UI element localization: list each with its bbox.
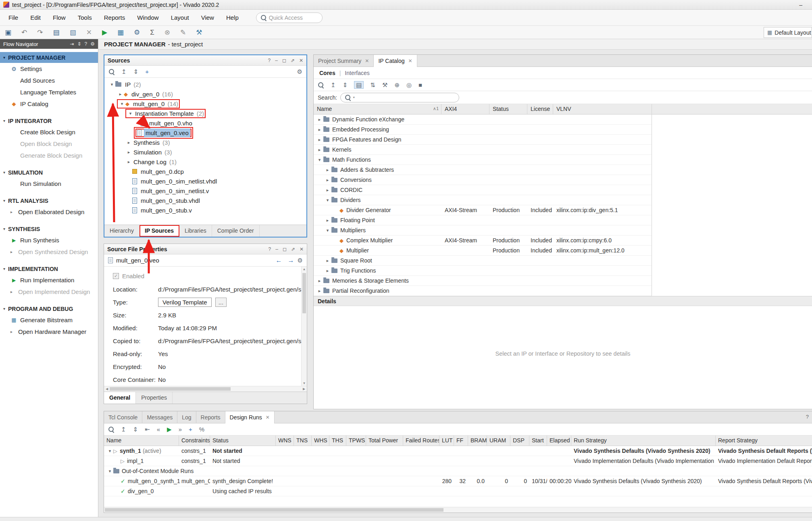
forward-icon[interactable]: → [288,257,294,264]
stop-icon[interactable]: ■ [418,82,422,88]
minimize-icon[interactable]: ‒ [275,246,278,252]
catalog-row-partial-reconfiguration[interactable]: ▸Partial Reconfiguration [314,286,652,296]
column-header-elapsed[interactable]: Elapsed [547,436,571,446]
type-combo[interactable]: Verilog Template [158,298,212,307]
tab-compile-order[interactable]: Compile Order [212,225,260,237]
minimize-button[interactable]: – [793,2,809,8]
back-icon[interactable]: « [157,426,160,432]
catalog-row-multipliers[interactable]: ▾Multipliers [314,225,652,235]
column-header-failed-routes[interactable]: Failed Routes [403,436,439,446]
tab-libraries[interactable]: Libraries [179,225,212,237]
close-icon[interactable]: ✕ [365,58,369,64]
tab-log[interactable]: Log [177,411,196,423]
chevron-right-icon[interactable]: ▸ [324,167,331,173]
tab-messages[interactable]: Messages [142,411,177,423]
flow-item-create-block-design[interactable]: Create Block Design [0,126,98,138]
flow-item-run-implementation[interactable]: ▶Run Implementation [0,274,98,286]
tree-item-mult-gen-0-stub-vhdl[interactable]: mult_gen_0_stub.vhdl [104,196,306,205]
column-header-uram[interactable]: URAM [487,436,510,446]
chevron-down-icon[interactable]: ▾ [324,198,331,203]
chevron-right-icon[interactable]: ▸ [324,177,331,183]
expand-all-icon[interactable]: ⇕ [133,426,138,432]
flow-section-header-rtl-analysis[interactable]: ▾RTL ANALYSIS [0,195,98,206]
chevron-right-icon[interactable]: ▸ [125,140,132,145]
scrollbar-thumb[interactable] [302,273,306,313]
catalog-row-multiplier[interactable]: ◆MultiplierProductionIncludedxilinx.com:… [314,246,652,256]
menu-tools[interactable]: Tools [72,14,98,21]
scrollbar-thumb[interactable] [105,508,443,512]
tree-item-mult-gen-0-veo[interactable]: mult_gen_0.veo [104,128,306,138]
expand-collapse-icon[interactable]: ⇕ [77,41,81,47]
run-row-impl-1[interactable]: ▷impl_1constrs_1Not startedVivado Implem… [104,456,812,466]
tree-item-change-log[interactable]: ▸Change Log(1) [104,157,306,167]
chevron-right-icon[interactable]: ▸ [324,258,331,263]
catalog-row-conversions[interactable]: ▸Conversions [314,175,652,185]
chevron-down-icon[interactable]: ▾ [127,111,134,116]
forward-icon[interactable]: » [179,426,182,432]
tree-item-mult-gen-0-dcp[interactable]: mult_gen_0.dcp [104,167,306,176]
help-icon[interactable]: ? [85,41,87,47]
menu-flow[interactable]: Flow [47,14,72,21]
column-header-ff[interactable]: FF [454,436,468,446]
tree-item-mult-gen-0[interactable]: ▾◆mult_gen_0(14) [104,99,306,108]
run-icon[interactable]: ▶ [102,29,107,36]
minimize-icon[interactable]: ‒ [275,58,278,63]
horizontal-scrollbar[interactable] [104,507,812,513]
menu-help[interactable]: Help [220,14,245,21]
delete-icon[interactable]: ✕ [86,29,92,36]
catalog-row-dividers[interactable]: ▾Dividers [314,195,652,205]
catalog-row-divider-generator[interactable]: ◆Divider GeneratorAXI4-StreamProductionI… [314,205,652,215]
catalog-row-floating-point[interactable]: ▸Floating Point [314,215,652,225]
maximize-icon[interactable]: ⇗ [291,246,295,252]
percent-icon[interactable]: % [199,426,204,432]
catalog-row-square-root[interactable]: ▸Square Root [314,256,652,266]
search-icon[interactable] [108,426,114,432]
search-icon[interactable] [318,82,324,88]
search-icon[interactable] [108,69,115,75]
flow-section-header-simulation[interactable]: ▾SIMULATION [0,167,98,178]
column-header-status[interactable]: Status [210,436,276,446]
float-icon[interactable]: ◻ [282,58,286,63]
help-icon[interactable]: ? [806,414,809,420]
flow-item-run-simulation[interactable]: Run Simulation [0,178,98,190]
chevron-right-icon[interactable]: ▸ [316,117,323,122]
flow-section-header-ip-integrator[interactable]: ▾IP INTEGRATOR [0,115,98,126]
close-icon[interactable]: ✕ [300,246,304,252]
menu-file[interactable]: File [2,14,24,21]
chevron-down-icon[interactable]: ▾ [324,228,331,233]
flow-item-add-sources[interactable]: Add Sources [0,75,98,86]
menu-view[interactable]: View [195,14,220,21]
tree-item-mult-gen-0-sim-netlist-v[interactable]: mult_gen_0_sim_netlist.v [104,186,306,196]
column-header-vlnv[interactable]: VLNV [553,104,652,114]
gear-icon[interactable]: ⚙ [297,69,302,75]
group-by-category-icon[interactable]: ▤ [354,81,363,88]
chevron-right-icon[interactable]: ▸ [125,150,132,155]
chevron-right-icon[interactable]: ▸ [324,218,331,223]
customize-icon[interactable]: ⚒ [382,82,387,88]
tab-properties[interactable]: Properties [136,392,173,404]
flow-section-header-implementation[interactable]: ▾IMPLEMENTATION [0,263,98,274]
menu-layout[interactable]: Layout [165,14,195,21]
flow-item-open-implemented-design[interactable]: ▸Open Implemented Design [0,286,98,298]
help-icon[interactable]: ? [268,58,271,63]
layout-selector[interactable]: ▦ Default Layout [764,27,812,38]
horizontal-scrollbar[interactable]: ◀ ▶ [104,386,307,392]
tab-tcl-console[interactable]: Tcl Console [104,411,142,423]
expand-all-icon[interactable]: ⇕ [343,82,348,88]
run-row-synth-1[interactable]: ▾▷synth_1 (active)constrs_1Not startedVi… [104,446,812,456]
flow-section-header-program-and-debug[interactable]: ▾PROGRAM AND DEBUG [0,303,98,314]
chevron-right-icon[interactable]: ▸ [117,92,124,97]
chevron-down-icon[interactable]: ▾ [119,101,125,106]
enabled-checkbox[interactable]: ✓ [113,273,119,279]
column-header-name[interactable]: Name [104,436,179,446]
sum-icon[interactable]: Σ [150,29,154,36]
column-header-start[interactable]: Start [529,436,547,446]
flow-item-run-synthesis[interactable]: ▶Run Synthesis [0,234,98,246]
tab-general[interactable]: General [104,392,136,404]
column-header-name[interactable]: Name∧1 [314,104,441,114]
chevron-right-icon[interactable]: ▸ [316,278,323,283]
scroll-right-icon[interactable]: ▶ [301,386,307,392]
catalog-row-memories-storage-elements[interactable]: ▸Memories & Storage Elements [314,276,652,286]
flow-item-ip-catalog[interactable]: ◆IP Catalog [0,98,98,110]
column-header-constraints[interactable]: Constraints [179,436,210,446]
